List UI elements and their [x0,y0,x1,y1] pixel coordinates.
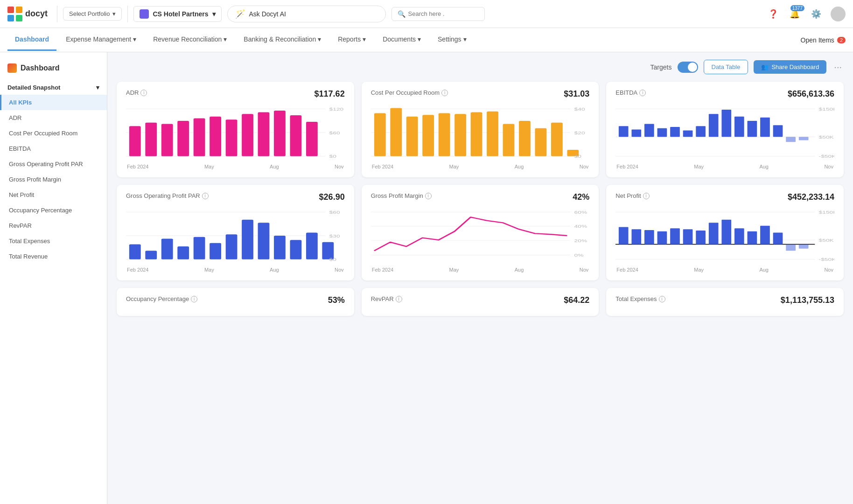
sidebar-item-revpar[interactable]: RevPAR [0,218,107,233]
select-portfolio-button[interactable]: Select Portfolio ▾ [63,7,122,21]
svg-rect-73 [258,223,270,259]
svg-rect-12 [210,117,221,156]
svg-rect-27 [406,117,418,156]
share-dashboard-button[interactable]: 👥 Share Dashboard [754,60,826,74]
ask-ai-label: Ask Docyt AI [249,10,286,18]
targets-toggle[interactable] [678,62,698,73]
info-icon-adr[interactable]: i [140,90,147,96]
chevron-down-icon-sidebar: ▾ [96,84,99,91]
sidebar-section-detailed-snapshot[interactable]: Detailed Snapshot ▾ [0,80,107,95]
chart-x-labels-cost: Feb 2024 May Aug Nov [371,164,590,169]
svg-text:0%: 0% [574,253,583,258]
info-icon-gpm[interactable]: i [425,193,432,199]
svg-rect-97 [670,228,680,244]
open-items-label: Open Items [801,36,834,44]
svg-text:40%: 40% [574,224,587,229]
search-input[interactable] [408,10,474,17]
tab-expense-management[interactable]: Expense Management ▾ [58,29,144,51]
chart-value-gop: $26.90 [319,192,345,202]
help-button[interactable]: ❓ [766,7,780,21]
chart-card-ebitda: EBITDA i $656,613.36 [606,82,844,177]
tab-documents[interactable]: Documents ▾ [375,29,428,51]
ask-ai-bar[interactable]: 🪄 Ask Docyt AI [227,6,386,22]
search-bar[interactable]: 🔍 [392,7,485,21]
logo[interactable]: docyt [7,7,48,21]
svg-rect-44 [619,126,629,137]
svg-rect-28 [422,115,434,156]
svg-rect-101 [722,220,732,245]
svg-rect-46 [644,124,654,137]
svg-rect-100 [709,223,719,244]
sidebar-header: Dashboard [0,60,107,80]
chart-x-labels-gpm: Feb 2024 May Aug Nov [371,267,590,273]
svg-text:$60: $60 [329,130,341,135]
svg-rect-47 [657,128,667,137]
svg-text:$120: $120 [329,106,344,111]
tab-banking-reconciliation[interactable]: Banking & Reconciliation ▾ [236,29,329,51]
charts-row-1: ADR i $117.62 [117,82,844,177]
chart-value-occupancy: 53% [328,295,345,305]
tab-reports[interactable]: Reports ▾ [330,29,373,51]
svg-rect-14 [242,114,253,156]
sidebar-item-gross-operating-profit-par[interactable]: Gross Operating Profit PAR [0,156,107,172]
chart-card-adr: ADR i $117.62 [117,82,354,177]
svg-rect-7 [129,126,141,156]
chart-title-gross-profit-margin: Gross Profit Margin i [371,192,432,199]
info-icon-cost[interactable]: i [441,90,448,96]
tab-settings[interactable]: Settings ▾ [430,29,474,51]
svg-rect-11 [194,119,205,156]
sidebar-item-cost-per-occupied-room[interactable]: Cost Per Occupied Room [0,126,107,141]
svg-rect-72 [242,220,253,259]
svg-rect-67 [161,238,173,259]
sidebar-item-all-kpis[interactable]: All KPIs [0,95,107,110]
info-icon-ebitda[interactable]: i [639,90,646,96]
notifications-button[interactable]: 🔔 1377 [788,7,802,21]
svg-text:$60: $60 [329,210,341,214]
main-content: Targets Data Table 👥 Share Dashboard ···… [107,52,853,504]
main-layout: Dashboard Detailed Snapshot ▾ All KPIs A… [0,52,853,504]
svg-text:$50K: $50K [819,134,834,139]
svg-rect-45 [632,130,642,137]
svg-rect-94 [632,229,642,244]
chart-value-adr: $117.62 [315,89,345,99]
sidebar-item-adr[interactable]: ADR [0,110,107,126]
svg-rect-99 [696,231,706,245]
sidebar-item-occupancy-percentage[interactable]: Occupancy Percentage [0,203,107,218]
search-icon: 🔍 [398,10,406,18]
ai-icon: 🪄 [235,9,245,19]
chart-value-gpm: 42% [573,192,589,202]
chart-value-revpar: $64.22 [564,295,589,305]
info-icon-occupancy[interactable]: i [191,296,197,302]
more-options-button[interactable]: ··· [832,60,844,74]
settings-button[interactable]: ⚙️ [809,7,823,21]
sidebar-item-gross-profit-margin[interactable]: Gross Profit Margin [0,172,107,187]
svg-text:$0: $0 [329,257,337,262]
svg-rect-8 [145,123,157,156]
open-items[interactable]: Open Items 2 [801,36,846,44]
business-selector[interactable]: CS Hotel Partners ▾ [133,6,221,22]
chart-value-ebitda: $656,613.36 [788,89,834,99]
tab-dashboard[interactable]: Dashboard [7,29,56,51]
chevron-down-icon: ▾ [112,10,116,17]
sidebar-item-net-profit[interactable]: Net Profit [0,187,107,203]
sidebar-item-total-expenses[interactable]: Total Expenses [0,233,107,249]
svg-text:$150K: $150K [819,106,834,111]
svg-rect-70 [210,243,221,259]
info-icon-net-profit[interactable]: i [643,193,650,199]
chart-value-net-profit: $452,233.14 [788,192,834,202]
svg-rect-50 [696,126,706,137]
svg-rect-15 [258,112,270,156]
sidebar-item-total-revenue[interactable]: Total Revenue [0,249,107,264]
avatar[interactable] [831,7,846,21]
sidebar-item-ebitda[interactable]: EBITDA [0,141,107,156]
charts-row-2: Gross Operating Profit PAR i $26.90 [117,185,844,280]
svg-rect-53 [734,117,744,137]
info-icon-revpar[interactable]: i [396,296,402,302]
info-icon-gop[interactable]: i [202,193,209,199]
data-table-button[interactable]: Data Table [704,60,748,74]
svg-rect-18 [306,122,318,156]
svg-text:$150K: $150K [819,210,834,214]
tab-revenue-reconciliation[interactable]: Revenue Reconciliation ▾ [146,29,234,51]
notification-badge: 1377 [790,5,804,11]
info-icon-total-expenses[interactable]: i [659,296,665,302]
